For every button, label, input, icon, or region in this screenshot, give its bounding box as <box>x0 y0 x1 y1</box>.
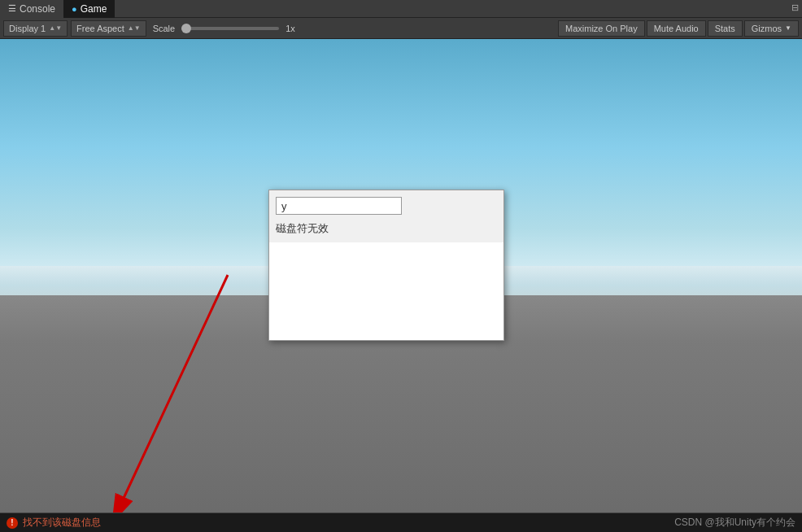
gizmos-arrow: ▼ <box>785 24 791 32</box>
dialog-box: 磁盘符无效 <box>268 190 504 341</box>
error-icon: ! <box>7 517 18 529</box>
display-select[interactable]: Display 1 ▲▼ <box>3 20 68 37</box>
mute-button[interactable]: Mute Audio <box>647 20 706 37</box>
status-bar: ! 找不到该磁盘信息 CSDN @我和Unity有个约会 <box>0 512 802 532</box>
toolbar: Display 1 ▲▼ Free Aspect ▲▼ Scale 1x Max… <box>0 18 802 39</box>
scale-label: Scale <box>153 24 176 33</box>
scale-thumb <box>181 24 191 33</box>
window-minimize[interactable]: ⊟ <box>791 2 799 13</box>
console-tab-label: Console <box>20 3 55 15</box>
gizmos-button[interactable]: Gizmos ▼ <box>744 20 799 37</box>
dialog-input-field[interactable] <box>276 197 402 215</box>
scale-value: 1x <box>285 24 295 33</box>
game-viewport: 磁盘符无效 ! 找不到该磁盘信息 CSDN @我和Unity有个约会 <box>0 39 802 532</box>
stats-button[interactable]: Stats <box>708 20 743 37</box>
dialog-body-area <box>269 242 503 340</box>
maximize-button[interactable]: Maximize On Play <box>558 20 645 37</box>
dialog-error-message: 磁盘符无效 <box>269 218 503 242</box>
tab-game[interactable]: ● Game <box>63 0 115 18</box>
scale-slider[interactable] <box>181 27 279 30</box>
game-tab-icon: ● <box>72 4 77 14</box>
tab-console[interactable]: ☰ Console <box>0 0 63 18</box>
tab-bar: ☰ Console ● Game ⊟ <box>0 0 802 18</box>
display-select-arrow: ▲▼ <box>49 24 62 32</box>
game-tab-label: Game <box>81 3 107 15</box>
aspect-select-arrow: ▲▼ <box>128 24 141 32</box>
display-select-label: Display 1 <box>9 24 46 33</box>
watermark: CSDN @我和Unity有个约会 <box>674 516 795 530</box>
aspect-select-label: Free Aspect <box>76 24 124 33</box>
dialog-input-row <box>269 190 503 218</box>
toolbar-right-buttons: Maximize On Play Mute Audio Stats Gizmos… <box>558 20 799 37</box>
aspect-select[interactable]: Free Aspect ▲▼ <box>71 20 146 37</box>
error-text: 找不到该磁盘信息 <box>23 516 101 530</box>
console-tab-icon: ☰ <box>8 3 16 14</box>
